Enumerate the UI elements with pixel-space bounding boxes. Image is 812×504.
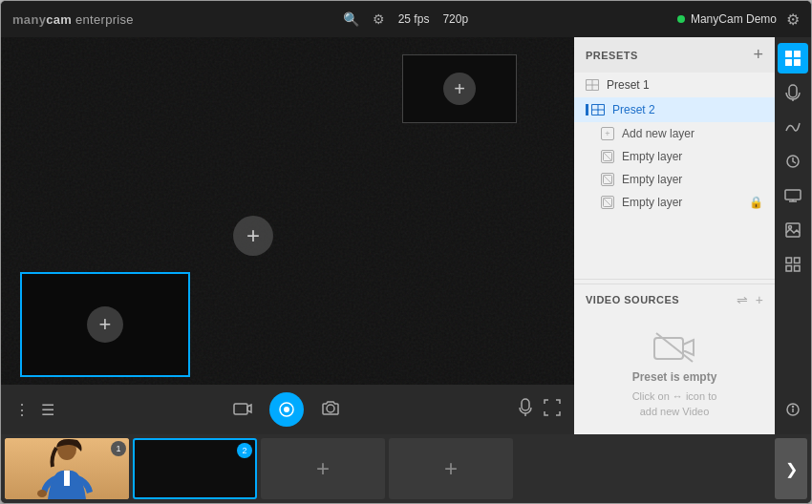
svg-point-46	[37, 490, 47, 497]
layer-icon-1	[601, 150, 614, 163]
fps-display: 25 fps	[398, 12, 430, 26]
svg-point-4	[327, 405, 334, 412]
lock-icon: 🔒	[749, 196, 763, 209]
rp-audio-btn[interactable]	[778, 77, 808, 108]
top-bar-center: 🔍 ⚙ 25 fps 720p	[343, 11, 468, 27]
add-icon: +	[316, 455, 330, 482]
svg-rect-40	[786, 266, 792, 272]
svg-rect-15	[599, 105, 605, 110]
preset-1-label: Preset 1	[607, 78, 650, 92]
preset-2-label: Preset 2	[612, 103, 655, 116]
search-icon[interactable]: 🔍	[343, 11, 359, 27]
preset-thumb-2[interactable]: 2	[133, 438, 257, 499]
rp-presets-btn[interactable]	[778, 43, 808, 74]
layer-item-2[interactable]: Empty layer	[574, 168, 775, 191]
preset-item-2[interactable]: Preset 2	[574, 97, 775, 122]
preset-item-1[interactable]: Preset 1	[574, 73, 775, 97]
svg-marker-25	[683, 340, 694, 355]
svg-rect-39	[795, 258, 801, 263]
toolbar-center	[233, 392, 340, 427]
svg-rect-38	[786, 258, 792, 263]
layer-icon-3	[601, 196, 614, 209]
add-layer-label: Add new layer	[622, 127, 694, 140]
preset-add-btn-1[interactable]: +	[261, 438, 385, 499]
svg-rect-14	[592, 105, 598, 110]
app-logo: manycam enterprise	[12, 12, 134, 27]
preset-icon-2	[586, 104, 605, 116]
fullscreen-icon[interactable]	[544, 399, 561, 420]
top-bar-right: ManyCam Demo ⚙	[677, 10, 800, 29]
video-sources-section: VIDEO SOURCES ⇌ + Preset is empty Click …	[574, 284, 775, 434]
toolbar-left: ⋮ ☰	[14, 401, 54, 419]
add-layer-btn-bottom-left[interactable]: +	[87, 306, 123, 343]
user-status-dot	[677, 15, 685, 23]
svg-rect-16	[592, 111, 598, 116]
main-content: + + + ⋮ ☰	[1, 37, 811, 434]
layers-icon[interactable]: ⋮	[14, 401, 30, 419]
svg-line-23	[604, 199, 612, 207]
svg-rect-12	[586, 104, 588, 116]
selected-layer-frame[interactable]: +	[20, 272, 190, 377]
preset-1-badge: 1	[111, 441, 126, 456]
mini-preview[interactable]: +	[402, 54, 517, 123]
top-bar-left: manycam enterprise	[12, 12, 134, 27]
camera-icon[interactable]	[233, 400, 252, 419]
svg-rect-17	[599, 111, 605, 116]
add-layer-btn-preview[interactable]: +	[443, 73, 476, 105]
presets-title: PRESETS	[586, 50, 638, 61]
rp-info-btn[interactable]	[778, 394, 808, 425]
svg-rect-8	[587, 80, 592, 85]
video-area: + + + ⋮ ☰	[1, 37, 574, 434]
rp-image-btn[interactable]	[778, 215, 808, 245]
list-icon[interactable]: ☰	[41, 401, 54, 419]
video-canvas: + + +	[1, 37, 574, 434]
snapshot-icon[interactable]	[321, 399, 340, 420]
preset-icon-1	[586, 79, 599, 91]
video-sources-icons: ⇌ +	[737, 292, 763, 307]
video-sources-title: VIDEO SOURCES	[586, 294, 679, 305]
settings-gear-icon[interactable]: ⚙	[373, 11, 385, 27]
preset-thumb-1[interactable]: 1	[5, 438, 129, 499]
preset-empty-subtitle: Click on ↔ icon to add new Video	[632, 389, 717, 419]
video-sources-header: VIDEO SOURCES ⇌ +	[574, 284, 775, 315]
mic-icon[interactable]	[519, 398, 532, 421]
more-icon: ❯	[785, 460, 798, 478]
svg-point-44	[793, 407, 794, 408]
layer-item-1[interactable]: Empty layer	[574, 145, 775, 168]
top-settings-icon[interactable]: ⚙	[786, 10, 800, 29]
presets-add-btn[interactable]: +	[753, 45, 763, 65]
add-layer-btn-center[interactable]: +	[233, 216, 273, 256]
presets-more-btn[interactable]: ❯	[775, 438, 807, 499]
add-icon-2: +	[444, 455, 458, 482]
svg-point-3	[284, 407, 289, 412]
layer-1-label: Empty layer	[622, 150, 682, 163]
live-btn[interactable]	[269, 392, 304, 427]
add-layer-icon: +	[601, 127, 614, 140]
toolbar-right	[519, 398, 561, 421]
svg-rect-24	[654, 338, 683, 359]
rp-grid-btn[interactable]	[778, 249, 808, 280]
add-new-layer-item[interactable]: + Add new layer	[574, 122, 775, 145]
presets-section: PRESETS + Preset 1 Preset 2	[574, 37, 775, 275]
right-panel	[775, 37, 811, 434]
rp-screen-btn[interactable]	[778, 180, 808, 211]
bottom-toolbar: ⋮ ☰	[1, 385, 574, 434]
layer-item-3[interactable]: Empty layer 🔒	[574, 191, 775, 214]
rp-effects-btn[interactable]	[778, 112, 808, 142]
svg-rect-29	[785, 59, 792, 66]
svg-rect-33	[785, 190, 801, 200]
user-area: ManyCam Demo	[677, 12, 777, 26]
bottom-bar: 1 2 + + ❯	[1, 434, 811, 503]
video-sources-adjust-icon[interactable]: ⇌	[737, 292, 748, 307]
app-window: manycam enterprise 🔍 ⚙ 25 fps 720p ManyC…	[0, 0, 812, 504]
video-sources-add-icon[interactable]: +	[756, 292, 763, 307]
rp-history-btn[interactable]	[778, 146, 808, 177]
svg-rect-10	[587, 86, 592, 91]
svg-rect-30	[794, 59, 801, 66]
svg-rect-41	[795, 266, 801, 272]
layer-icon-2	[601, 173, 614, 186]
resolution-display: 720p	[442, 12, 468, 26]
no-camera-icon	[652, 330, 696, 365]
preset-add-btn-2[interactable]: +	[389, 438, 513, 499]
svg-rect-11	[593, 86, 599, 91]
